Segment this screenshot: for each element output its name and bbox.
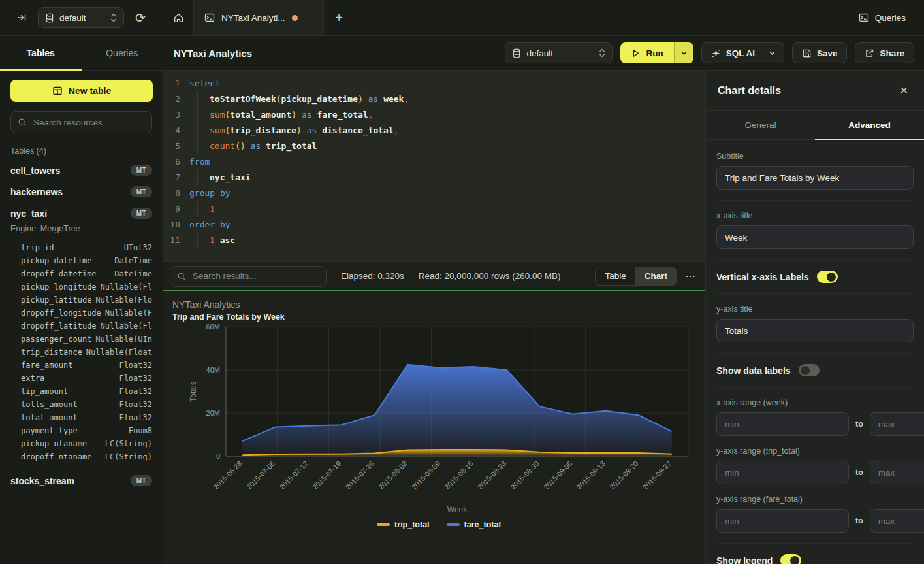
xaxis-range-max-field[interactable] bbox=[870, 412, 924, 436]
column-type: DateTime bbox=[114, 269, 152, 279]
view-toggle-table[interactable]: Table bbox=[596, 267, 635, 285]
search-icon bbox=[18, 118, 27, 127]
table-item-stocks_stream[interactable]: stocks_streamMT bbox=[0, 470, 163, 491]
column-row: dropoff_latitudeNullable(Fl bbox=[0, 320, 163, 333]
new-table-button[interactable]: New table bbox=[10, 80, 153, 102]
share-button-label: Share bbox=[880, 48, 904, 58]
tab-strip: NYTaxi Analyti... + bbox=[163, 0, 855, 35]
yaxis-range-fare-min-field[interactable] bbox=[716, 509, 849, 533]
table-name: stocks_stream bbox=[10, 476, 74, 486]
results-search-input[interactable] bbox=[191, 271, 319, 282]
home-icon bbox=[173, 12, 184, 24]
tab-queries[interactable]: Queries bbox=[82, 36, 163, 70]
yaxis-range-trip-max-field[interactable] bbox=[870, 461, 924, 484]
table-item-cell_towers[interactable]: cell_towersMT bbox=[0, 159, 163, 181]
sql-ai-button[interactable]: SQL AI bbox=[701, 42, 784, 63]
column-name: tolls_amount bbox=[21, 399, 78, 410]
sidebar-database-select[interactable]: default bbox=[38, 7, 124, 28]
editor-database-select[interactable]: default bbox=[505, 42, 613, 63]
yaxis-range-fare-max-field[interactable] bbox=[870, 509, 924, 533]
run-button-label: Run bbox=[646, 48, 663, 58]
show-data-labels-toggle[interactable] bbox=[799, 364, 820, 376]
query-tab[interactable]: NYTaxi Analyti... bbox=[193, 0, 324, 35]
yaxis-title-field-label: y-axis title bbox=[716, 305, 914, 314]
column-type: Float32 bbox=[119, 412, 152, 423]
yaxis-title-field[interactable] bbox=[716, 319, 914, 342]
column-row: tip_amountFloat32 bbox=[0, 385, 163, 398]
chevron-down-icon bbox=[680, 50, 688, 57]
column-name: pickup_latitude bbox=[21, 295, 91, 305]
svg-text:2015-07-05: 2015-07-05 bbox=[245, 459, 276, 491]
editor-line: 1select bbox=[163, 76, 705, 91]
run-button[interactable]: Run bbox=[620, 42, 673, 63]
sql-ai-options-button[interactable] bbox=[763, 43, 781, 63]
show-legend-toggle[interactable] bbox=[780, 554, 801, 564]
queries-button[interactable]: Queries bbox=[855, 12, 910, 24]
sql-editor[interactable]: 1select2toStartOfWeek(pickup_datetime) a… bbox=[163, 71, 705, 261]
editor-line: 2toStartOfWeek(pickup_datetime) as week, bbox=[163, 91, 705, 107]
editor-line: 3sum(total_amount) as fare_total, bbox=[163, 107, 705, 123]
column-row: pickup_longitudeNullable(Fl bbox=[0, 280, 163, 293]
svg-text:2015-09-27: 2015-09-27 bbox=[641, 459, 673, 491]
tab-tables[interactable]: Tables bbox=[0, 36, 82, 70]
chart-panel: NYTaxi Analytics Trip and Fare Totals by… bbox=[163, 291, 705, 564]
line-code: nyc_taxi bbox=[189, 170, 251, 186]
legend-swatch bbox=[377, 523, 390, 526]
column-type: Float32 bbox=[119, 386, 152, 397]
tab-general[interactable]: General bbox=[706, 111, 815, 139]
column-type: DateTime bbox=[114, 256, 152, 266]
svg-text:2015-09-06: 2015-09-06 bbox=[542, 459, 573, 491]
editor-line: 8group by bbox=[163, 186, 705, 201]
close-panel-button[interactable]: ✕ bbox=[896, 84, 912, 97]
run-options-button[interactable] bbox=[674, 42, 693, 63]
save-button[interactable]: Save bbox=[792, 42, 848, 63]
svg-text:2015-08-16: 2015-08-16 bbox=[443, 459, 474, 491]
column-name: dropoff_datetime bbox=[21, 269, 97, 279]
search-icon bbox=[177, 272, 186, 281]
legend-item-trip_total[interactable]: trip_total bbox=[377, 520, 429, 529]
tab-advanced[interactable]: Advanced bbox=[815, 111, 924, 139]
table-item-nyc_taxi[interactable]: nyc_taxiMT bbox=[0, 203, 163, 224]
legend-item-fare_total[interactable]: fare_total bbox=[447, 520, 501, 529]
collapse-sidebar-button[interactable] bbox=[12, 8, 31, 27]
more-options-button[interactable]: ⋯ bbox=[685, 270, 696, 282]
chart-subtitle: Trip and Fare Totals by Week bbox=[172, 312, 705, 322]
topbar-left: default ⟳ bbox=[0, 0, 163, 35]
new-tab-button[interactable]: + bbox=[324, 0, 354, 35]
column-type: Nullable(Fl bbox=[101, 282, 152, 292]
xaxis-range-label: x-axis range (week) bbox=[716, 398, 914, 407]
sidebar-search-input[interactable] bbox=[32, 117, 150, 128]
refresh-button[interactable]: ⟳ bbox=[131, 8, 150, 27]
divider bbox=[716, 387, 914, 388]
editor-toolbar: NYTaxi Analytics default bbox=[163, 36, 924, 70]
share-button[interactable]: Share bbox=[855, 42, 914, 63]
view-toggle-chart[interactable]: Chart bbox=[635, 267, 677, 285]
subtitle-field[interactable] bbox=[716, 166, 914, 190]
show-legend-row: Show legend bbox=[716, 554, 914, 564]
table-item-hackernews[interactable]: hackernewsMT bbox=[0, 181, 163, 203]
yaxis-range-trip-min-field[interactable] bbox=[716, 461, 849, 484]
editor-database-value: default bbox=[526, 48, 594, 58]
column-name: trip_distance bbox=[21, 347, 82, 357]
line-code: select bbox=[189, 76, 220, 91]
close-icon: ✕ bbox=[900, 85, 908, 96]
column-row: extraFloat32 bbox=[0, 372, 163, 385]
vertical-labels-toggle[interactable] bbox=[817, 271, 838, 283]
editor-line: 5count() as trip_total bbox=[163, 139, 705, 154]
column-type: Nullable(Fl bbox=[101, 321, 152, 331]
table-name: hackernews bbox=[10, 187, 63, 197]
table-engine-label: Engine: MergeTree bbox=[0, 224, 163, 239]
home-tab-button[interactable] bbox=[163, 0, 193, 35]
xaxis-range-row: to bbox=[716, 412, 914, 436]
xaxis-title-field[interactable] bbox=[716, 225, 914, 249]
line-number: 1 bbox=[163, 76, 180, 91]
run-button-group: Run bbox=[620, 42, 693, 63]
vertical-labels-label: Vertical x-axis Labels bbox=[716, 272, 809, 282]
svg-text:2015-09-13: 2015-09-13 bbox=[575, 459, 607, 491]
chart-details-title: Chart details bbox=[718, 85, 781, 97]
yaxis-range-trip-row: to bbox=[716, 461, 914, 484]
xaxis-range-min-field[interactable] bbox=[716, 412, 849, 436]
table-name: cell_towers bbox=[10, 165, 60, 176]
console-icon bbox=[204, 12, 215, 23]
save-icon bbox=[802, 48, 812, 58]
